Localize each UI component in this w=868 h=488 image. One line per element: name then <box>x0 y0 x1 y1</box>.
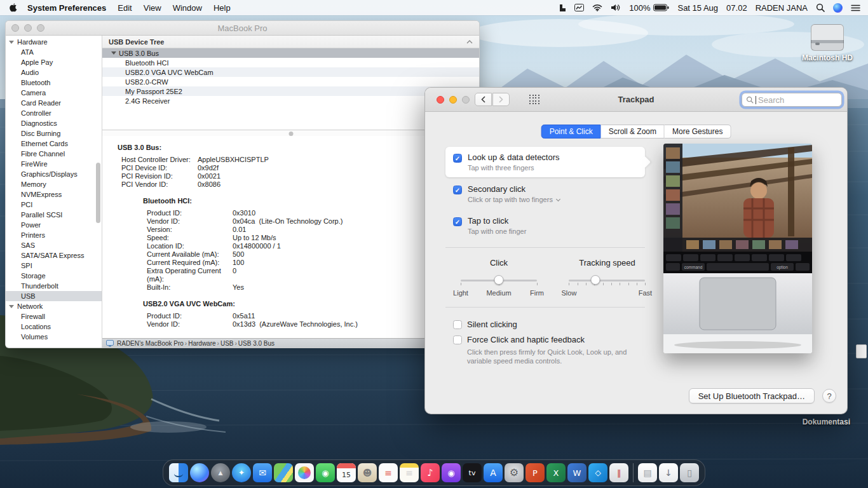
zoom-button[interactable] <box>462 96 470 104</box>
option-force-click-and-haptic-feedback[interactable]: Force Click and haptic feedback <box>445 332 645 347</box>
trackpad-titlebar[interactable]: Trackpad Search <box>425 88 847 112</box>
minimize-button[interactable] <box>24 24 32 32</box>
dock-item-podcasts[interactable]: ◉ <box>442 463 461 482</box>
menu-window[interactable]: Window <box>167 3 208 13</box>
dock-item-music[interactable]: ♪ <box>421 463 440 482</box>
tree-row-usb2-0-vga-uvc-webcam[interactable]: USB2.0 VGA UVC WebCam <box>102 67 479 77</box>
search-input[interactable]: Search <box>742 93 842 107</box>
option-secondary-click[interactable]: ✓Secondary clickClick or tap with two fi… <box>445 179 645 209</box>
dock-item-contacts[interactable]: ☻ <box>358 463 377 482</box>
sidebar-item-printers[interactable]: Printers <box>6 230 102 240</box>
sidebar-item-ethernet-cards[interactable]: Ethernet Cards <box>6 139 102 149</box>
checkbox-silent-clicking[interactable] <box>453 320 462 329</box>
activity-status-icon[interactable] <box>574 4 584 11</box>
sidebar-item-spi[interactable]: SPI <box>6 261 102 271</box>
zoom-button[interactable] <box>37 24 44 32</box>
tree-row-bluetooth-hci[interactable]: Bluetooth HCI <box>102 58 479 67</box>
fast-user-switch-menu[interactable]: RADEN JANA <box>756 3 808 13</box>
sidebar-item-sas[interactable]: SAS <box>6 240 102 250</box>
siri-icon[interactable] <box>833 3 843 13</box>
sidebar-item-parallel-scsi[interactable]: Parallel SCSI <box>6 210 102 220</box>
dock-item-calendar[interactable]: 15 <box>337 463 356 482</box>
dokumentasi-label[interactable]: Dokumentasi <box>803 417 850 426</box>
app-menu-title[interactable]: System Preferences <box>22 3 112 13</box>
sidebar-item-sata-sata-express[interactable]: SATA/SATA Express <box>6 250 102 261</box>
sidebar-item-graphics-displays[interactable]: Graphics/Displays <box>6 169 102 179</box>
sidebar-item-card-reader[interactable]: Card Reader <box>6 98 102 108</box>
slider-thumb[interactable] <box>591 275 600 285</box>
show-all-preferences-button[interactable] <box>529 95 539 104</box>
option-subtitle[interactable]: Click or tap with two fingers <box>468 196 560 203</box>
sidebar-item-disc-burning[interactable]: Disc Burning <box>6 128 102 139</box>
dock-item-notes[interactable]: ≡ <box>400 463 419 482</box>
tree-row-2-4g-receiver[interactable]: 2.4G Receiver <box>102 96 479 105</box>
sidebar-item-audio[interactable]: Audio <box>6 67 102 78</box>
menu-view[interactable]: View <box>138 3 167 13</box>
dock-item-facetime[interactable]: ◉ <box>316 463 335 482</box>
dock-item-app-store[interactable]: A <box>484 463 503 482</box>
sidebar-item-apple-pay[interactable]: Apple Pay <box>6 57 102 67</box>
sidebar-item-diagnostics[interactable]: Diagnostics <box>6 118 102 128</box>
back-button[interactable] <box>475 93 492 106</box>
menu-edit[interactable]: Edit <box>112 3 137 13</box>
sidebar-item-thunderbolt[interactable]: Thunderbolt <box>6 281 102 291</box>
option-tap-to-click[interactable]: ✓Tap to clickTap with one finger <box>445 210 645 241</box>
dock-item-siri[interactable] <box>190 463 209 482</box>
sidebar-item-power[interactable]: Power <box>6 220 102 230</box>
option-silent-clicking[interactable]: Silent clicking <box>445 316 645 332</box>
disclosure-triangle-icon[interactable] <box>111 51 116 55</box>
close-button[interactable] <box>437 96 444 104</box>
tab-point-click[interactable]: Point & Click <box>541 125 601 139</box>
dock-item-downloads-stack[interactable]: ↓ <box>659 463 678 482</box>
close-button[interactable] <box>11 24 19 32</box>
dock-item-microsoft-excel[interactable]: X <box>546 463 566 482</box>
dock-item-microsoft-word[interactable]: W <box>567 463 587 482</box>
checkbox-look-up-data-detectors[interactable]: ✓ <box>453 154 462 163</box>
menu-help[interactable]: Help <box>208 3 236 13</box>
menu-bar-date[interactable]: Sat 15 Aug <box>677 3 718 13</box>
option-look-up-data-detectors[interactable]: ✓Look up & data detectorsTap with three … <box>445 147 645 177</box>
minimize-button[interactable] <box>449 96 457 104</box>
sidebar-item-locations[interactable]: Locations <box>6 322 102 332</box>
sidebar-item-volumes[interactable]: Volumes <box>6 332 102 342</box>
checkbox-secondary-click[interactable]: ✓ <box>453 186 462 194</box>
spotlight-icon[interactable] <box>816 3 825 12</box>
path-crumb-raden-s-macbook-pro[interactable]: RADEN’s MacBook Pro <box>117 340 184 347</box>
sidebar-item-storage[interactable]: Storage <box>6 271 102 281</box>
sidebar-item-firewall[interactable]: Firewall <box>6 311 102 322</box>
sidebar-item-camera[interactable]: Camera <box>6 88 102 98</box>
sidebar-item-nvmexpress[interactable]: NVMExpress <box>6 189 102 200</box>
sidebar-item-firewire[interactable]: FireWire <box>6 159 102 169</box>
sidebar-item-fibre-channel[interactable]: Fibre Channel <box>6 149 102 159</box>
apple-menu[interactable] <box>9 3 18 13</box>
dock-item-microsoft-powerpoint[interactable]: P <box>526 463 545 482</box>
dock-item-launchpad[interactable]: ▲ <box>211 463 230 482</box>
dock-item-system-preferences[interactable]: ⚙ <box>505 463 524 482</box>
dock-item-finder[interactable] <box>169 463 188 482</box>
path-crumb-usb[interactable]: USB <box>220 340 234 347</box>
set-up-bluetooth-trackpad-button[interactable]: Set Up Bluetooth Trackpad… <box>689 388 815 403</box>
path-crumb-usb-3-0-bus[interactable]: USB 3.0 Bus <box>238 340 275 347</box>
sidebar-section-hardware[interactable]: Hardware <box>6 37 102 47</box>
dock-item-safari[interactable]: ✦ <box>232 463 251 482</box>
dropdown-chevron-icon[interactable] <box>556 197 560 201</box>
dock-item-reminders[interactable]: ≡ <box>379 463 398 482</box>
sysinfo-titlebar[interactable]: MacBook Pro <box>6 21 479 36</box>
forward-button[interactable] <box>492 93 510 106</box>
dock-item-trash[interactable]: ▯ <box>680 463 699 482</box>
sidebar-item-bluetooth[interactable]: Bluetooth <box>6 78 102 88</box>
bootcamp-status-icon[interactable] <box>558 4 566 12</box>
checkbox-force-click-and-haptic-feedback[interactable] <box>453 336 462 344</box>
path-crumb-hardware[interactable]: Hardware <box>188 340 215 347</box>
tree-row-my-passport-25e2[interactable]: My Passport 25E2 <box>102 86 479 96</box>
checkbox-tap-to-click[interactable]: ✓ <box>453 217 462 226</box>
dock-item-photos[interactable] <box>295 463 314 482</box>
menu-bar-time[interactable]: 07.02 <box>726 3 747 13</box>
sidebar-item-usb[interactable]: USB <box>6 291 102 301</box>
battery-status[interactable]: 100% <box>629 3 669 13</box>
sidebar-item-controller[interactable]: Controller <box>6 108 102 118</box>
collapse-chevron-icon[interactable] <box>466 40 473 44</box>
tracking-speed-slider[interactable] <box>569 275 645 286</box>
sidebar-item-pci[interactable]: PCI <box>6 200 102 210</box>
wifi-icon[interactable] <box>592 4 602 11</box>
